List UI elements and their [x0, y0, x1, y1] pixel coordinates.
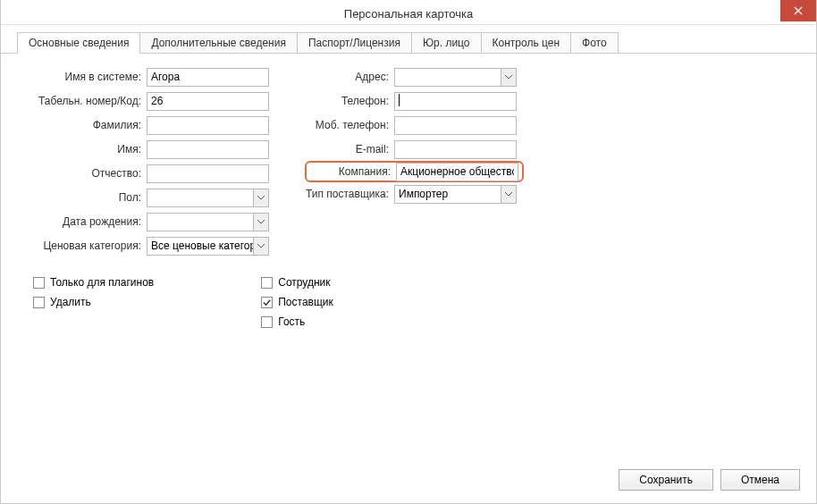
- input-patronymic[interactable]: [147, 164, 269, 183]
- row-surname: Фамилия:: [17, 114, 269, 136]
- check-employee-label: Сотрудник: [278, 276, 330, 289]
- label-name: Имя:: [17, 143, 147, 155]
- label-patronymic: Отчество:: [17, 167, 147, 180]
- check-plugins-only[interactable]: Только для плагинов: [33, 276, 154, 289]
- tab-passport[interactable]: Паспорт/Лицензия: [297, 32, 412, 54]
- checkbox-icon: [33, 297, 45, 308]
- cancel-button[interactable]: Отмена: [720, 469, 800, 491]
- right-column: Адрес: Телефон: Моб. телефон: E-mail:: [305, 66, 520, 256]
- checkbox-checked-icon: [261, 297, 273, 308]
- text-cursor: [399, 94, 400, 106]
- input-system-name[interactable]: [147, 68, 269, 87]
- tab-legal[interactable]: Юр. лицо: [411, 32, 482, 54]
- row-mobile: Моб. телефон:: [305, 114, 520, 136]
- combo-supplier-type[interactable]: Импортер: [394, 185, 517, 204]
- label-supplier-type: Тип поставщика:: [305, 188, 394, 200]
- chevron-down-icon: [253, 189, 268, 206]
- tab-additional-info[interactable]: Дополнительные сведения: [139, 32, 297, 54]
- dialog-window: Персональная карточка Основные сведения …: [0, 0, 817, 504]
- combo-price-category-text: Все ценовые категории: [151, 239, 253, 252]
- row-tab-number: Табельн. номер/Код:: [17, 90, 269, 112]
- combo-price-category[interactable]: Все ценовые категории: [147, 237, 269, 256]
- chevron-down-icon: [501, 69, 516, 86]
- row-name: Имя:: [17, 139, 269, 160]
- label-system-name: Имя в системе:: [17, 71, 147, 83]
- combo-supplier-type-text: Импортер: [399, 188, 501, 200]
- label-email: E-mail:: [305, 143, 394, 155]
- row-price-category: Ценовая категория: Все ценовые категории: [17, 235, 269, 256]
- close-button[interactable]: [780, 0, 816, 21]
- check-delete-label: Удалить: [50, 296, 91, 308]
- chevron-down-icon: [501, 186, 516, 203]
- checkbox-area: Только для плагинов Удалить Сотрудник По…: [33, 276, 800, 328]
- form-area: Имя в системе: Табельн. номер/Код: Фамил…: [1, 54, 816, 328]
- label-surname: Фамилия:: [17, 119, 147, 131]
- label-birth-date: Дата рождения:: [17, 215, 147, 228]
- checkbox-icon: [33, 277, 45, 289]
- row-birth-date: Дата рождения:: [17, 211, 269, 232]
- row-patronymic: Отчество:: [17, 163, 269, 184]
- label-price-category: Ценовая категория:: [17, 239, 147, 252]
- checks-left: Только для плагинов Удалить: [33, 276, 154, 328]
- window-title: Персональная карточка: [344, 7, 473, 21]
- row-gender: Пол:: [17, 187, 269, 208]
- checkbox-icon: [261, 277, 273, 289]
- chevron-down-icon: [253, 238, 268, 255]
- checks-right: Сотрудник Поставщик Гость: [261, 276, 333, 328]
- chevron-down-icon: [253, 214, 268, 231]
- combo-gender[interactable]: [147, 189, 269, 207]
- tab-main-info[interactable]: Основные сведения: [17, 32, 140, 54]
- combo-address[interactable]: [394, 68, 517, 87]
- check-plugins-only-label: Только для плагинов: [50, 276, 154, 289]
- input-company[interactable]: [396, 163, 518, 181]
- row-company: Компания:: [305, 161, 524, 182]
- row-phone: Телефон:: [305, 90, 520, 112]
- input-tab-number[interactable]: [147, 92, 269, 111]
- input-surname[interactable]: [147, 116, 269, 135]
- check-supplier-label: Поставщик: [278, 296, 333, 308]
- label-gender: Пол:: [17, 191, 147, 204]
- left-column: Имя в системе: Табельн. номер/Код: Фамил…: [17, 66, 269, 256]
- form-columns: Имя в системе: Табельн. номер/Код: Фамил…: [17, 66, 800, 256]
- row-email: E-mail:: [305, 139, 520, 160]
- input-phone[interactable]: [394, 92, 517, 111]
- footer-buttons: Сохранить Отмена: [619, 469, 800, 491]
- label-mobile: Моб. телефон:: [305, 119, 394, 131]
- row-system-name: Имя в системе:: [17, 66, 269, 88]
- input-mobile[interactable]: [394, 116, 517, 135]
- title-bar: Персональная карточка: [1, 0, 816, 25]
- check-supplier[interactable]: Поставщик: [261, 296, 333, 308]
- label-tab-number: Табельн. номер/Код:: [17, 95, 147, 107]
- tab-price-control[interactable]: Контроль цен: [481, 32, 572, 54]
- check-guest-label: Гость: [278, 315, 305, 328]
- close-icon: [794, 6, 803, 15]
- row-address: Адрес:: [305, 66, 520, 88]
- tab-photo[interactable]: Фото: [570, 32, 619, 54]
- check-guest[interactable]: Гость: [261, 315, 333, 328]
- combo-birth-date[interactable]: [147, 213, 269, 231]
- tab-bar: Основные сведения Дополнительные сведени…: [17, 32, 816, 54]
- input-name[interactable]: [147, 140, 269, 159]
- label-phone: Телефон:: [305, 95, 394, 107]
- check-delete[interactable]: Удалить: [33, 296, 154, 308]
- label-address: Адрес:: [305, 71, 394, 83]
- checkbox-icon: [261, 316, 273, 328]
- input-email[interactable]: [394, 140, 517, 159]
- label-company: Компания:: [307, 165, 396, 178]
- row-supplier-type: Тип поставщика: Импортер: [305, 183, 520, 205]
- check-employee[interactable]: Сотрудник: [261, 276, 333, 289]
- save-button[interactable]: Сохранить: [619, 469, 713, 491]
